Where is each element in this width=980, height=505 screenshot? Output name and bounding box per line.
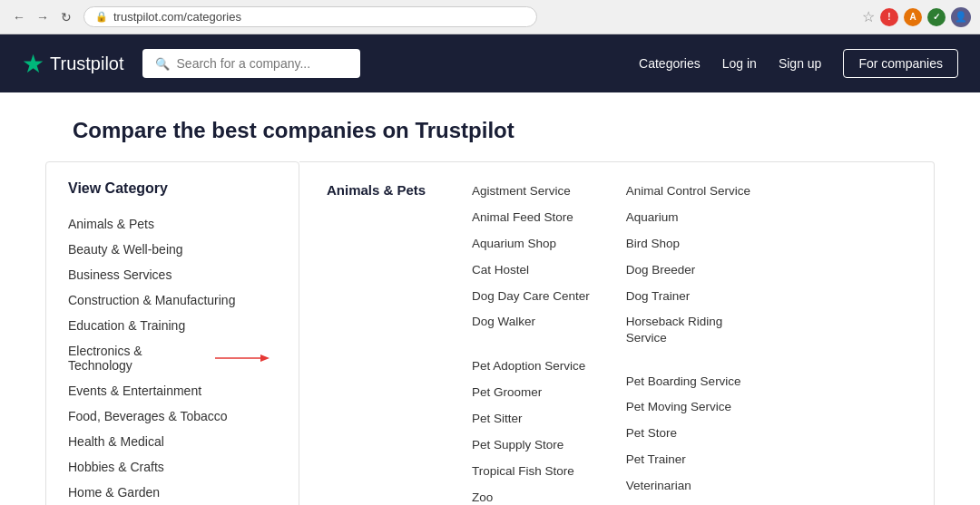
link-cat-hostel[interactable]: Cat Hostel [472,259,590,282]
link-tropical-fish[interactable]: Tropical Fish Store [472,461,590,483]
search-input[interactable] [177,56,348,71]
link-dog-day[interactable]: Dog Day Care Center [472,286,590,308]
sidebar-item-education[interactable]: Education & Training [68,313,277,338]
sidebar-item-events[interactable]: Events & Entertainment [68,378,277,403]
sidebar-item-hobbies[interactable]: Hobbies & Crafts [68,454,277,480]
link-horseback[interactable]: Horseback Riding Service [626,311,753,348]
link-zoo[interactable]: Zoo [472,487,590,505]
for-companies-button[interactable]: For companies [843,49,958,78]
extension-orange-icon[interactable]: A [904,8,922,26]
link-bird-shop[interactable]: Bird Shop [626,233,753,256]
animals-heading: Animals & Pets [327,180,472,505]
page-hero: Compare the best companies on Trustpilot [0,92,980,161]
logo-text: Trustpilot [50,53,124,74]
link-agistment[interactable]: Agistment Service [472,180,590,203]
logo-link[interactable]: ★ Trustpilot [22,49,124,79]
category-sidebar: View Category Animals & Pets Beauty & We… [45,161,299,505]
extension-green-icon[interactable]: ✓ [927,8,946,26]
link-animal-feed[interactable]: Animal Feed Store [472,207,590,229]
link-animal-control[interactable]: Animal Control Service [626,180,753,203]
nav-categories[interactable]: Categories [639,56,701,71]
site-header: ★ Trustpilot 🔍 Categories Log in Sign up… [0,34,980,92]
browser-chrome: ← → ↻ 🔒 trustpilot.com/categories ☆ ! A … [0,0,980,34]
electronics-arrow [213,352,277,364]
profile-avatar[interactable]: 👤 [951,7,971,27]
categories-wrapper: View Category Animals & Pets Beauty & We… [0,161,980,505]
sidebar-item-electronics[interactable]: Electronics & Technology [68,338,277,378]
nav-login[interactable]: Log in [722,56,757,71]
link-pet-supply[interactable]: Pet Supply Store [472,434,590,457]
nav-signup[interactable]: Sign up [779,56,821,71]
link-aquarium-shop[interactable]: Aquarium Shop [472,233,590,256]
link-pet-groomer[interactable]: Pet Groomer [472,382,590,404]
animals-cols: Agistment Service Animal Feed Store Aqua… [472,180,906,505]
link-dog-trainer[interactable]: Dog Trainer [626,286,753,308]
link-pet-sitter[interactable]: Pet Sitter [472,408,590,431]
browser-nav-buttons: ← → ↻ [9,7,76,27]
page-content: Compare the best companies on Trustpilot… [0,92,980,505]
reload-button[interactable]: ↻ [56,7,76,27]
link-pet-moving[interactable]: Pet Moving Service [626,396,753,419]
link-pet-trainer[interactable]: Pet Trainer [626,449,753,471]
animals-col1: Agistment Service Animal Feed Store Aqua… [472,180,590,505]
sidebar-item-food[interactable]: Food, Beverages & Tobacco [68,403,277,429]
sidebar-title: View Category [68,180,277,197]
sidebar-item-construction[interactable]: Construction & Manufacturing [68,287,277,313]
sidebar-item-beauty[interactable]: Beauty & Well-being [68,237,277,262]
link-pet-adoption[interactable]: Pet Adoption Service [472,355,590,378]
url-text: trustpilot.com/categories [113,10,241,24]
logo-star-icon: ★ [22,49,44,79]
browser-actions: ☆ ! A ✓ 👤 [862,7,971,27]
animals-grid: Animals & Pets Agistment Service Animal … [327,180,906,505]
category-section-animals: Animals & Pets Agistment Service Animal … [327,180,906,505]
main-nav: Categories Log in Sign up For companies [639,49,958,78]
animals-col2: Animal Control Service Aquarium Bird Sho… [626,180,753,505]
arrow-icon [213,352,277,364]
svg-marker-1 [260,354,270,362]
link-dog-breeder[interactable]: Dog Breeder [626,259,753,282]
forward-button[interactable]: → [33,7,53,27]
page-title: Compare the best companies on Trustpilot [73,118,907,143]
link-pet-boarding[interactable]: Pet Boarding Service [626,371,753,393]
address-bar[interactable]: 🔒 trustpilot.com/categories [83,6,537,27]
search-icon: 🔍 [155,57,170,71]
link-dog-walker[interactable]: Dog Walker [472,311,590,334]
bookmark-icon[interactable]: ☆ [862,8,875,25]
sidebar-item-animals[interactable]: Animals & Pets [68,211,277,237]
link-veterinarian[interactable]: Veterinarian [626,475,753,498]
extension-red-icon[interactable]: ! [880,8,898,26]
main-content: Animals & Pets Agistment Service Animal … [299,161,935,505]
link-pet-store[interactable]: Pet Store [626,422,753,445]
back-button[interactable]: ← [9,7,29,27]
sidebar-item-home-garden[interactable]: Home & Garden [68,480,277,505]
search-box[interactable]: 🔍 [142,49,360,78]
lock-icon: 🔒 [95,11,108,23]
sidebar-item-health[interactable]: Health & Medical [68,429,277,454]
link-aquarium[interactable]: Aquarium [626,207,753,229]
sidebar-item-business[interactable]: Business Services [68,262,277,287]
